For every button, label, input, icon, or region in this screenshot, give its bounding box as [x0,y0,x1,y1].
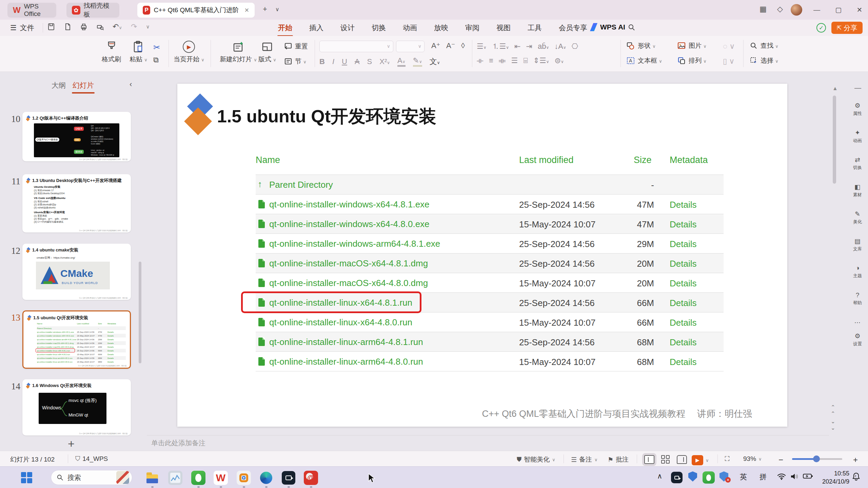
zoom-out-icon[interactable]: − [778,455,783,465]
bullet-list-icon[interactable]: ☰∨ [477,42,487,51]
bold-icon[interactable]: B [319,57,325,66]
taskbar-app-snail[interactable]: @ [304,471,318,485]
notes-placeholder[interactable]: 单击此处添加备注 [151,439,205,448]
slideshow-button[interactable]: ▶ ∨ [692,455,709,465]
taskbar-search[interactable]: 搜索 [51,470,132,485]
share-button[interactable]: ⇱ 分享 [831,22,863,34]
export-pdf-icon[interactable] [64,23,71,30]
tray-security-alert-icon[interactable]: ✕ [719,471,728,482]
details-link[interactable]: Details [670,259,696,269]
text-to-shape-icon[interactable]: ⎔ [572,42,578,51]
sidebar-item-properties[interactable]: ⚙属性 [847,102,868,117]
fit-slide-icon[interactable]: ⛶ [725,455,729,463]
slide-thumbnail-12[interactable]: 1.4 ubuntu cmake安装 cmake官网： https://cmak… [22,244,131,300]
minimize-button[interactable]: — [809,0,825,20]
search-daily-image[interactable] [116,471,129,484]
details-link[interactable]: Details [670,239,696,249]
align-left-icon[interactable]: ⟛ [477,56,484,65]
text-direction-icon[interactable]: ab̄∨ [538,42,549,51]
tray-screen-recorder-icon[interactable] [671,471,683,484]
paste-button[interactable]: 粘贴 ∨ [130,40,147,64]
details-link[interactable]: Details [670,298,696,308]
scroll-up-icon[interactable]: ▲ [832,85,836,92]
format-painter-button[interactable]: 格式刷 [102,40,121,64]
taskbar-app-wps[interactable]: W [214,471,228,485]
collapse-rightbar-icon[interactable]: — [854,84,861,92]
slide-sorter-view-icon[interactable] [661,455,670,464]
picture-button[interactable]: 图片 ∨ [677,41,707,50]
underline-icon[interactable]: U [342,57,347,66]
premium-diamond-icon[interactable]: ◇ [777,5,783,14]
file-link[interactable]: qt-online-installer-windows-arm64-4.8.1.… [269,239,440,249]
tab-animation[interactable]: 动画 [402,21,418,35]
slide-thumbnail-14[interactable]: 1.6 Windows Qt开发环境安装 Windows msvc qt (推荐… [22,379,131,435]
battery-icon[interactable] [803,473,813,481]
section-button[interactable]: 节 ∨ [284,57,307,66]
sidebar-item-settings[interactable]: ⚙设置 [847,332,868,347]
taskbar-app-file-explorer[interactable] [145,471,159,485]
doc-safe-check-icon[interactable]: ✓ [816,23,826,33]
italic-icon[interactable]: I [332,57,334,66]
taskbar-app-penguin[interactable] [191,471,205,485]
print-icon[interactable] [80,23,87,30]
tray-expand-icon[interactable]: ∧ [657,472,662,480]
details-link[interactable]: Details [670,357,696,367]
smart-beautify-button[interactable]: ⛊ 智能美化∨ [517,455,555,464]
vertical-text-icon[interactable]: ↓A∨ [554,42,566,51]
maximize-button[interactable]: ▢ [831,0,846,20]
comments-button[interactable]: ⚑ 批注 [608,455,629,464]
file-link[interactable]: qt-online-installer-linux-arm64-4.8.0.ru… [269,357,423,367]
reading-view-icon[interactable] [677,455,687,464]
shadow-icon[interactable]: S [367,57,372,66]
new-slide-button[interactable]: 新建幻灯片 ∨ [220,40,257,64]
wps-ai-button[interactable]: WPS AI [590,23,625,31]
decrease-indent-icon[interactable]: ⇤ [514,42,520,51]
paragraph-layout-icon[interactable]: ⊜∨ [554,56,564,65]
windows-start-button[interactable] [21,472,33,484]
play-from-current-button[interactable]: ▶ 当页开始 ∨ [174,40,204,64]
file-link[interactable]: qt-online-installer-macOS-x64-4.8.0.dmg [269,278,428,288]
tab-wps-home[interactable]: W WPS Office [7,3,56,18]
previous-slide-button[interactable]: ⌃⌃ [831,404,834,417]
file-link[interactable]: qt-online-installer-macOS-x64-4.8.1.dmg [269,258,428,269]
sidebar-item-beautify[interactable]: ✎美化 [847,210,868,225]
shapes-button[interactable]: 形状 ∨ [627,41,656,50]
file-link[interactable]: qt-online-installer-windows-x64-4.8.0.ex… [269,219,430,229]
save-icon[interactable] [47,23,55,30]
ime-english-indicator[interactable]: 英 [740,472,747,482]
numbered-list-icon[interactable]: ⒈☰∨ [492,41,509,52]
tab-tools[interactable]: 工具 [527,21,542,35]
details-link[interactable]: Details [670,318,696,328]
sidebar-item-more[interactable]: ⋯ [847,319,868,326]
file-link[interactable]: qt-online-installer-windows-x64-4.8.1.ex… [269,199,430,210]
superscript-icon[interactable]: X²∨ [379,57,390,66]
font-size-select[interactable] [396,41,425,52]
col-last-modified[interactable]: Last modified [519,155,574,165]
increase-indent-icon[interactable]: ⇥ [526,42,532,51]
reset-button[interactable]: 重置 [284,42,308,51]
clear-format-icon[interactable]: ◊ [461,41,465,50]
normal-view-icon[interactable] [644,455,654,464]
close-document-icon[interactable]: ✕ [244,7,249,14]
sidebar-item-assets[interactable]: ◧素材 [847,183,868,198]
distribute-icon[interactable]: ⌸ [523,56,528,65]
details-link[interactable]: Details [670,200,696,210]
tray-penguin-icon[interactable] [703,471,715,484]
taskbar-app-remote-control[interactable] [237,471,251,485]
sidebar-item-help[interactable]: ?帮助 [847,291,868,306]
panel-scrollbar[interactable] [139,262,141,363]
align-center-icon[interactable]: ≡ [489,56,493,65]
tab-list-chevron-icon[interactable]: ∨ [275,6,279,13]
notes-button[interactable]: ☰ 备注∨ [571,455,598,464]
slide-thumbnail-11[interactable]: 1.3 Ubuntu Desktop安装与C++开发环境搭建 Ubuntu De… [22,174,131,232]
workspace-layout-icon[interactable]: ▦ [760,5,767,14]
tab-outline[interactable]: 大纲 [52,81,66,90]
details-link[interactable]: Details [670,278,696,289]
tray-pc-manager-shield-icon[interactable] [688,471,697,482]
ime-pinyin-indicator[interactable]: 拼 [760,472,767,482]
volume-icon[interactable] [790,473,799,482]
align-right-icon[interactable]: ⟚ [499,56,506,65]
file-menu[interactable]: ☰ 文件 [10,23,34,33]
tab-insert[interactable]: 插入 [309,21,324,35]
tab-transition[interactable]: 切换 [371,21,387,35]
